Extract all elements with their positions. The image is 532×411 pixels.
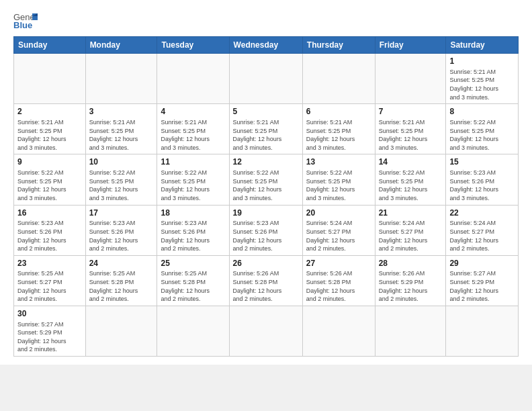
day-info: Sunrise: 5:26 AM Sunset: 5:29 PM Dayligh… bbox=[379, 269, 443, 303]
day-info: Sunrise: 5:23 AM Sunset: 5:26 PM Dayligh… bbox=[233, 219, 299, 253]
day-info: Sunrise: 5:22 AM Sunset: 5:25 PM Dayligh… bbox=[161, 169, 225, 202]
calendar-cell: 29Sunrise: 5:27 AM Sunset: 5:29 PM Dayli… bbox=[446, 255, 519, 306]
day-number: 8 bbox=[449, 106, 515, 118]
day-number: 20 bbox=[306, 208, 371, 219]
logo: General Blue bbox=[13, 11, 38, 30]
calendar-cell: 15Sunrise: 5:23 AM Sunset: 5:26 PM Dayli… bbox=[446, 154, 519, 205]
day-number: 21 bbox=[379, 208, 443, 219]
day-info: Sunrise: 5:22 AM Sunset: 5:25 PM Dayligh… bbox=[306, 169, 371, 202]
day-info: Sunrise: 5:24 AM Sunset: 5:27 PM Dayligh… bbox=[306, 219, 371, 253]
calendar-cell: 14Sunrise: 5:22 AM Sunset: 5:25 PM Dayli… bbox=[375, 154, 446, 205]
day-number: 30 bbox=[17, 308, 82, 320]
calendar-cell: 3Sunrise: 5:21 AM Sunset: 5:25 PM Daylig… bbox=[85, 104, 157, 154]
calendar-week-6: 30Sunrise: 5:27 AM Sunset: 5:29 PM Dayli… bbox=[14, 306, 519, 356]
calendar-cell: 1Sunrise: 5:21 AM Sunset: 5:25 PM Daylig… bbox=[446, 54, 519, 104]
day-number: 1 bbox=[449, 56, 515, 67]
day-info: Sunrise: 5:22 AM Sunset: 5:25 PM Dayligh… bbox=[379, 169, 443, 202]
calendar-header-row: SundayMondayTuesdayWednesdayThursdayFrid… bbox=[14, 37, 519, 54]
calendar-cell: 18Sunrise: 5:23 AM Sunset: 5:26 PM Dayli… bbox=[157, 205, 229, 255]
calendar-cell: 16Sunrise: 5:23 AM Sunset: 5:26 PM Dayli… bbox=[14, 205, 86, 255]
calendar-week-2: 2Sunrise: 5:21 AM Sunset: 5:25 PM Daylig… bbox=[14, 104, 519, 154]
generalblue-icon: General Blue bbox=[13, 11, 38, 30]
calendar-cell bbox=[85, 54, 157, 104]
calendar-cell: 19Sunrise: 5:23 AM Sunset: 5:26 PM Dayli… bbox=[229, 205, 302, 255]
calendar-cell bbox=[302, 54, 375, 104]
day-info: Sunrise: 5:24 AM Sunset: 5:27 PM Dayligh… bbox=[379, 219, 443, 253]
day-info: Sunrise: 5:21 AM Sunset: 5:25 PM Dayligh… bbox=[233, 118, 299, 152]
col-header-tuesday: Tuesday bbox=[157, 37, 229, 54]
day-info: Sunrise: 5:22 AM Sunset: 5:25 PM Dayligh… bbox=[17, 169, 82, 202]
calendar-cell bbox=[302, 306, 375, 356]
day-number: 4 bbox=[161, 106, 225, 118]
calendar-cell bbox=[14, 54, 86, 104]
day-number: 6 bbox=[306, 106, 371, 118]
calendar-cell: 17Sunrise: 5:23 AM Sunset: 5:26 PM Dayli… bbox=[85, 205, 157, 255]
calendar-cell: 11Sunrise: 5:22 AM Sunset: 5:25 PM Dayli… bbox=[157, 154, 229, 205]
calendar-cell: 12Sunrise: 5:22 AM Sunset: 5:25 PM Dayli… bbox=[229, 154, 302, 205]
day-info: Sunrise: 5:27 AM Sunset: 5:29 PM Dayligh… bbox=[17, 320, 82, 354]
day-info: Sunrise: 5:23 AM Sunset: 5:26 PM Dayligh… bbox=[17, 219, 82, 253]
calendar-table: SundayMondayTuesdayWednesdayThursdayFrid… bbox=[13, 36, 519, 357]
day-number: 17 bbox=[89, 208, 154, 219]
day-number: 16 bbox=[17, 208, 82, 219]
day-number: 14 bbox=[379, 156, 443, 168]
col-header-friday: Friday bbox=[375, 37, 446, 54]
calendar-cell: 6Sunrise: 5:21 AM Sunset: 5:25 PM Daylig… bbox=[302, 104, 375, 154]
day-info: Sunrise: 5:25 AM Sunset: 5:28 PM Dayligh… bbox=[161, 269, 225, 303]
day-info: Sunrise: 5:26 AM Sunset: 5:28 PM Dayligh… bbox=[233, 269, 299, 303]
day-number: 23 bbox=[17, 258, 82, 269]
col-header-saturday: Saturday bbox=[446, 37, 519, 54]
calendar-cell: 13Sunrise: 5:22 AM Sunset: 5:25 PM Dayli… bbox=[302, 154, 375, 205]
calendar-cell: 4Sunrise: 5:21 AM Sunset: 5:25 PM Daylig… bbox=[157, 104, 229, 154]
calendar-week-1: 1Sunrise: 5:21 AM Sunset: 5:25 PM Daylig… bbox=[14, 54, 519, 104]
col-header-monday: Monday bbox=[85, 37, 157, 54]
day-number: 28 bbox=[379, 258, 443, 269]
calendar-cell bbox=[157, 306, 229, 356]
day-number: 27 bbox=[306, 258, 371, 269]
day-info: Sunrise: 5:21 AM Sunset: 5:25 PM Dayligh… bbox=[161, 118, 225, 152]
day-number: 12 bbox=[233, 156, 299, 168]
day-info: Sunrise: 5:22 AM Sunset: 5:25 PM Dayligh… bbox=[449, 118, 515, 152]
calendar-cell: 8Sunrise: 5:22 AM Sunset: 5:25 PM Daylig… bbox=[446, 104, 519, 154]
calendar-cell bbox=[157, 54, 229, 104]
day-number: 15 bbox=[449, 156, 515, 168]
calendar-cell: 30Sunrise: 5:27 AM Sunset: 5:29 PM Dayli… bbox=[14, 306, 86, 356]
col-header-wednesday: Wednesday bbox=[229, 37, 302, 54]
day-number: 13 bbox=[306, 156, 371, 168]
day-number: 26 bbox=[233, 258, 299, 269]
day-info: Sunrise: 5:23 AM Sunset: 5:26 PM Dayligh… bbox=[161, 219, 225, 253]
calendar-cell bbox=[229, 54, 302, 104]
calendar-cell: 25Sunrise: 5:25 AM Sunset: 5:28 PM Dayli… bbox=[157, 255, 229, 306]
day-number: 7 bbox=[379, 106, 443, 118]
day-number: 11 bbox=[161, 156, 225, 168]
day-info: Sunrise: 5:21 AM Sunset: 5:25 PM Dayligh… bbox=[449, 68, 515, 101]
header-area: General Blue bbox=[13, 11, 519, 30]
day-info: Sunrise: 5:24 AM Sunset: 5:27 PM Dayligh… bbox=[449, 219, 515, 253]
day-number: 22 bbox=[449, 208, 515, 219]
calendar-cell bbox=[375, 54, 446, 104]
calendar-cell: 28Sunrise: 5:26 AM Sunset: 5:29 PM Dayli… bbox=[375, 255, 446, 306]
calendar-cell: 22Sunrise: 5:24 AM Sunset: 5:27 PM Dayli… bbox=[446, 205, 519, 255]
day-info: Sunrise: 5:27 AM Sunset: 5:29 PM Dayligh… bbox=[449, 269, 515, 303]
calendar-cell: 27Sunrise: 5:26 AM Sunset: 5:28 PM Dayli… bbox=[302, 255, 375, 306]
day-number: 29 bbox=[449, 258, 515, 269]
col-header-thursday: Thursday bbox=[302, 37, 375, 54]
page: General Blue SundayMondayTuesdayWednesda… bbox=[0, 0, 532, 365]
day-info: Sunrise: 5:22 AM Sunset: 5:25 PM Dayligh… bbox=[89, 169, 154, 202]
calendar-cell bbox=[375, 306, 446, 356]
day-info: Sunrise: 5:23 AM Sunset: 5:26 PM Dayligh… bbox=[449, 169, 515, 202]
calendar-cell: 2Sunrise: 5:21 AM Sunset: 5:25 PM Daylig… bbox=[14, 104, 86, 154]
day-info: Sunrise: 5:21 AM Sunset: 5:25 PM Dayligh… bbox=[89, 118, 154, 152]
svg-text:Blue: Blue bbox=[13, 20, 32, 30]
calendar-cell bbox=[85, 306, 157, 356]
calendar-week-3: 9Sunrise: 5:22 AM Sunset: 5:25 PM Daylig… bbox=[14, 154, 519, 205]
day-info: Sunrise: 5:25 AM Sunset: 5:28 PM Dayligh… bbox=[89, 269, 154, 303]
calendar-cell: 23Sunrise: 5:25 AM Sunset: 5:27 PM Dayli… bbox=[14, 255, 86, 306]
day-info: Sunrise: 5:26 AM Sunset: 5:28 PM Dayligh… bbox=[306, 269, 371, 303]
calendar-cell: 26Sunrise: 5:26 AM Sunset: 5:28 PM Dayli… bbox=[229, 255, 302, 306]
calendar-cell bbox=[446, 306, 519, 356]
day-number: 18 bbox=[161, 208, 225, 219]
calendar-cell bbox=[229, 306, 302, 356]
calendar-cell: 9Sunrise: 5:22 AM Sunset: 5:25 PM Daylig… bbox=[14, 154, 86, 205]
calendar-cell: 5Sunrise: 5:21 AM Sunset: 5:25 PM Daylig… bbox=[229, 104, 302, 154]
